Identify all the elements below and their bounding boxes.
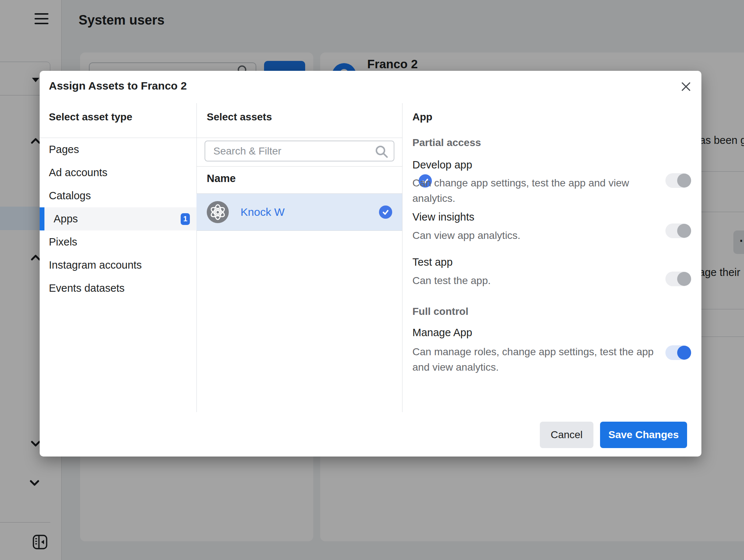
toggle-knob [677,224,691,238]
asset-row-knock-w[interactable]: Knock W [196,194,402,230]
column-divider [196,103,197,412]
asset-type-catalogs[interactable]: Catalogs [40,184,196,207]
toggle-knob [677,174,691,188]
permission-label-test-app: Test app [412,256,453,268]
asset-type-apps[interactable]: Apps 1 [40,207,196,230]
manage-app-toggle[interactable] [665,345,691,360]
section-title-partial-access: Partial access [412,137,481,149]
search-input[interactable] [213,141,367,161]
asset-type-instagram-accounts[interactable]: Instagram accounts [40,254,196,277]
divider [196,230,402,231]
count-badge: 1 [181,213,190,225]
app-avatar [207,201,229,223]
permission-label-manage-app: Manage App [412,327,472,339]
permission-description: Can view app analytics. [412,228,666,243]
atom-icon [207,201,229,223]
permission-description: Can change app settings, test the app an… [412,175,666,206]
asset-search [205,141,394,161]
toggle-knob [677,272,691,286]
view-insights-toggle[interactable] [665,223,691,238]
name-column-header: Name [207,172,236,185]
screen: System users Franco 2 as been gr age the… [0,0,744,560]
test-app-toggle[interactable] [665,272,691,286]
permission-description: Can test the app. [412,273,666,288]
divider [196,166,402,167]
permission-label-develop-app: Develop app [412,159,472,171]
asset-type-pages[interactable]: Pages [40,138,196,161]
asset-type-events-datasets[interactable]: Events datasets [40,277,196,300]
asset-type-list: Pages Ad accounts Catalogs Apps 1 Pixels… [40,138,196,300]
search-icon [375,145,389,159]
cancel-button[interactable]: Cancel [540,422,593,448]
develop-app-toggle[interactable] [665,173,691,188]
asset-type-pixels[interactable]: Pixels [40,230,196,254]
permission-description: Can manage roles, change app settings, t… [412,344,666,375]
save-changes-button[interactable]: Save Changes [600,422,687,448]
permission-label-view-insights: View insights [412,211,474,223]
section-title-full-control: Full control [412,306,468,317]
dialog-title: Assign Assets to Franco 2 [49,80,187,92]
assign-assets-dialog: Assign Assets to Franco 2 Select asset t… [40,71,701,457]
asset-type-ad-accounts[interactable]: Ad accounts [40,161,196,184]
check-icon [381,208,390,217]
asset-name: Knock W [241,206,285,218]
assets-column-header: Select assets [207,111,272,123]
asset-type-column-header: Select asset type [49,111,132,123]
permissions-panel: Partial access Develop app Can change ap… [402,71,701,416]
asset-checkbox[interactable] [379,206,392,219]
toggle-knob [677,346,691,360]
